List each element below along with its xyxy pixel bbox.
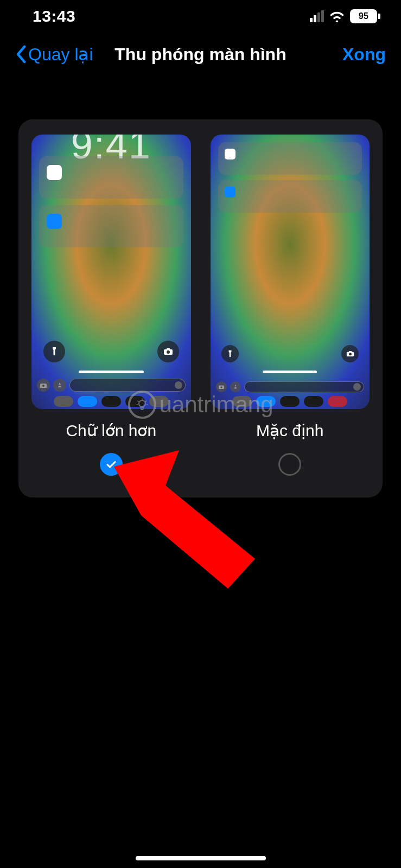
home-indicator[interactable]	[136, 856, 266, 860]
back-button[interactable]: Quay lại	[15, 44, 93, 65]
cellular-signal-icon	[310, 10, 324, 22]
appstore-small-icon	[230, 381, 241, 392]
option-larger-text-label: Chữ lớn hơn	[66, 421, 156, 440]
checkmark-icon	[105, 458, 118, 471]
done-button[interactable]: Xong	[342, 44, 386, 65]
appstore-small-icon	[53, 379, 66, 392]
back-label: Quay lại	[28, 44, 93, 65]
option-larger-text[interactable]: 9:41 Chữ lớn hơn	[31, 135, 191, 476]
flashlight-icon	[43, 341, 65, 362]
chevron-left-icon	[15, 45, 26, 63]
camera-small-icon	[216, 381, 227, 392]
svg-rect-2	[167, 348, 170, 350]
radio-default[interactable]	[278, 453, 301, 476]
preview-default	[211, 135, 370, 409]
svg-point-9	[220, 386, 222, 388]
navigation-bar: Quay lại Thu phóng màn hình Xong	[0, 33, 401, 76]
preview-larger-text: 9:41	[31, 135, 191, 409]
page-title: Thu phóng màn hình	[114, 44, 286, 65]
status-time: 13:43	[33, 7, 75, 25]
camera-icon	[157, 341, 179, 362]
svg-point-4	[42, 385, 44, 387]
svg-point-6	[349, 353, 352, 355]
option-default-label: Mặc định	[256, 421, 323, 440]
battery-percent: 95	[359, 11, 368, 21]
status-indicators: 95	[310, 9, 380, 23]
camera-icon	[341, 345, 359, 362]
zoom-options-panel: 9:41 Chữ lớn hơn	[18, 119, 383, 497]
option-default[interactable]: Mặc định	[211, 135, 370, 476]
status-bar: 13:43 95	[0, 0, 401, 33]
svg-rect-7	[349, 351, 352, 353]
wifi-icon	[329, 10, 345, 22]
flashlight-icon	[221, 345, 239, 362]
svg-point-1	[167, 350, 170, 354]
battery-indicator: 95	[350, 9, 380, 23]
camera-small-icon	[37, 379, 50, 392]
radio-larger-text[interactable]	[100, 453, 123, 476]
